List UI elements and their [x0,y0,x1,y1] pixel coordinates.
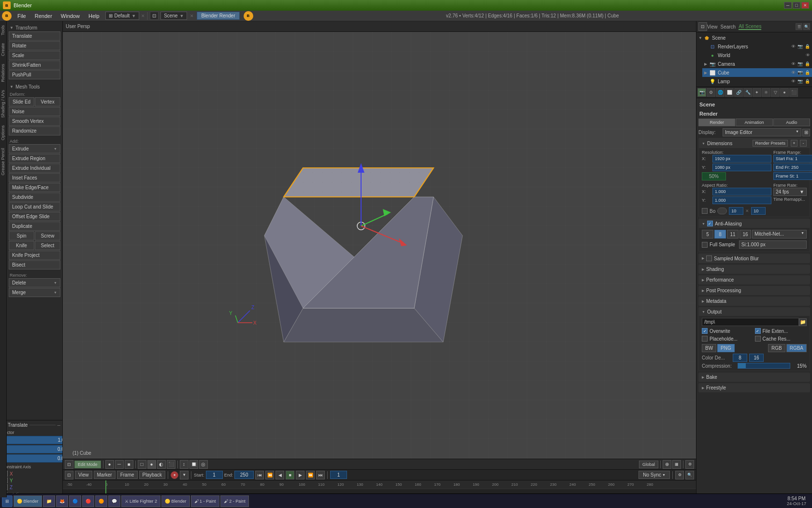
taskbar-paint2[interactable]: 🖌 2 - Paint [220,495,249,507]
search-tab[interactable]: Search [721,24,736,30]
scene-tree-item-renderlayers[interactable]: ⊡ RenderLayers 👁 📷 🔒 [702,42,812,51]
loop-cut-button[interactable]: Loop Cut and Slide [9,202,60,211]
taskbar-littlefighter[interactable]: ⚔ Little Fighter 2 [121,495,161,507]
compression-slider[interactable] [738,363,790,369]
taskbar-blender1[interactable]: 🟡 Blender [14,495,42,507]
bo-val2-input[interactable] [751,207,766,215]
dimensions-header[interactable]: Dimensions Render Presets + - [699,138,810,148]
menu-window[interactable]: Window [57,12,84,20]
percent-input[interactable] [702,172,726,180]
audio-tab[interactable]: Audio [773,119,810,126]
metadata-header[interactable]: Metadata [699,297,810,305]
screw-button[interactable]: Screw [35,231,60,240]
overwrite-checkbox[interactable] [702,328,708,334]
jump-end-button[interactable]: ⏭ [316,471,325,479]
shading-header[interactable]: Shading [699,265,810,273]
lamp-eye-icon[interactable]: 👁 [791,79,796,84]
scene-tree-item-world[interactable]: ● World 👁 [702,51,812,60]
cube-cam-icon[interactable]: 📷 [798,70,803,75]
extrude-dropdown[interactable]: Extrude [9,144,60,153]
delete-dropdown[interactable]: Delete [9,278,60,287]
viewport-canvas[interactable]: Z X Y (1) Cube [63,32,696,459]
taskbar-blender2[interactable]: 🟡 Blender [161,495,190,507]
x-res-input[interactable] [712,155,771,163]
start-frame-prop-input[interactable] [773,155,812,163]
pivot-icon[interactable]: ⊕ [663,460,671,469]
translate-button[interactable]: Translate [9,31,60,41]
scene-tree-item-cube[interactable]: ▶ ⬜ Cube 👁 📷 🔒 [702,68,812,77]
timeline-marker-button[interactable]: Marker [94,471,116,479]
freestyle-header[interactable]: Freestyle [699,384,810,392]
y-res-input[interactable] [712,164,771,171]
full-sample-checkbox[interactable] [702,242,708,248]
extrude-region-button[interactable]: Extrude Region [9,154,60,163]
camera-lock-icon[interactable]: 🔒 [805,61,810,66]
si-input[interactable]: Si:1.000 px [739,240,807,249]
lamp-cam-icon[interactable]: 📷 [798,79,803,84]
workspace-selector[interactable]: ⊞ Default ▼ [105,12,140,20]
translate-section-header[interactable]: Translate ─ [2,422,60,429]
merge-dropdown[interactable]: Merge [9,288,60,297]
taskbar-filemanager[interactable]: 📁 [43,495,55,507]
prop-scene-icon[interactable]: ⚙ [707,88,715,97]
all-scenes-tab[interactable]: All Scenes [739,24,761,30]
wireframe-icon[interactable]: □ [138,460,146,469]
vertex-button[interactable]: Vertex [35,97,60,106]
record-options-icon[interactable]: ▼ [180,471,188,479]
edit-mode-button[interactable]: Edit Mode [74,461,101,468]
aa-checkbox[interactable] [707,221,713,226]
offset-edge-button[interactable]: Offset Edge Slide [9,212,60,221]
record-button[interactable]: ● [171,471,178,479]
sampled-blur-header[interactable]: Sampled Motion Blur [699,254,810,263]
renderlayers-cam-icon[interactable]: 📷 [798,44,803,49]
placeholde-checkbox[interactable] [702,336,708,342]
bisect-button[interactable]: Bisect [9,260,60,269]
knife-button[interactable]: Knife [9,241,34,250]
jump-start-button[interactable]: ⏮ [255,471,264,479]
view-type-selector[interactable]: ⊡ [150,12,159,20]
stop-button[interactable]: ■ [286,471,294,479]
noise-button[interactable]: Noise [9,107,60,116]
renderlayers-eye-icon[interactable]: 👁 [791,44,796,49]
mode-icon[interactable]: ⊡ [65,460,73,469]
view-tab[interactable]: View [707,24,718,30]
end-frame-prop-input[interactable] [773,164,812,171]
aa-8[interactable]: 8 [714,230,726,239]
tab-shading-uvs[interactable]: Shading / UVs [0,86,6,122]
spin-button[interactable]: Spin [9,231,34,240]
timeline-settings-icon[interactable]: ⚙ [675,471,684,479]
timeline-view-button[interactable]: View [75,471,92,479]
dimensions-remove-btn[interactable]: - [800,140,807,147]
z-value-input[interactable] [6,454,63,463]
menu-file[interactable]: File [14,12,30,20]
aa-5[interactable]: 5 [702,230,713,239]
bake-header[interactable]: Bake [699,373,810,381]
play-forward-button[interactable]: ▶ [296,471,304,479]
sampled-blur-checkbox[interactable] [706,255,712,261]
aa-11[interactable]: 11 [727,230,739,239]
camera-cam-icon[interactable]: 📷 [798,61,803,66]
tab-relations[interactable]: Relations [0,60,6,86]
orientation-dropdown[interactable]: Global [639,461,658,468]
start-frame-input[interactable] [206,471,223,479]
bo-checkbox[interactable] [702,208,708,214]
extrude-individual-button[interactable]: Extrude Individual [9,164,60,173]
aa-filter-dropdown[interactable]: Mitchell-Net... [752,230,807,239]
window-controls[interactable]: ─ □ ✕ [784,2,809,9]
color-depth-16-input[interactable] [749,354,764,362]
timeline-mode-icon[interactable]: ⊡ [65,471,73,479]
cube-lock-icon[interactable]: 🔒 [805,70,810,75]
prop-texture-icon[interactable]: ⬛ [789,88,798,97]
minimize-button[interactable]: ─ [784,2,792,9]
edge-select-icon[interactable]: ─ [115,460,124,469]
display-expand-icon[interactable]: ⊞ [802,129,810,136]
color-depth-8-input[interactable] [733,354,747,362]
proportional-icon[interactable]: ◎ [199,460,208,469]
camera-eye-icon[interactable]: 👁 [791,61,796,66]
viewport-options-icon[interactable]: ⚙ [685,460,694,469]
x-value-input[interactable] [6,436,63,444]
taskbar-app2[interactable]: 🔴 [82,495,94,507]
aspect-y-input[interactable] [712,196,771,204]
current-frame-input[interactable] [330,471,347,479]
scene-selector[interactable]: Scene ▼ [160,12,187,20]
